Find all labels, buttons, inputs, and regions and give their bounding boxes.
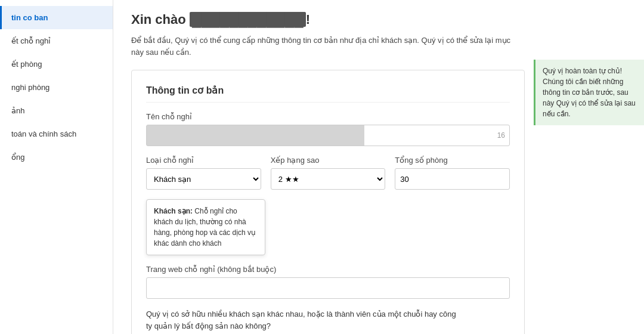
sidebar-item-tong[interactable]: ổng — [0, 146, 113, 169]
star-label: Xếp hạng sao — [271, 156, 386, 165]
user-name: ████████████ — [190, 12, 306, 27]
side-note: Quý vị hoàn toàn tự chủ! Chúng tôi cần b… — [534, 60, 644, 125]
name-label: Tên chỗ nghỉ — [146, 112, 510, 121]
property-details-row: Loại chỗ nghỉ Khách sạn Nhà nghỉ Căn hộ … — [146, 156, 510, 190]
greeting-heading: Xin chào ████████████! — [131, 12, 626, 27]
sidebar-item-nghi-phong[interactable]: nghi phòng — [0, 76, 113, 99]
name-input-wrapper: 16 — [146, 125, 510, 146]
chain-question-group: Quý vị có sở hữu nhiều khách sạn khác nh… — [146, 308, 510, 334]
star-select[interactable]: 1 ★ 2 ★★ 3 ★★★ 4 ★★★★ 5 ★★★★★ — [271, 168, 386, 190]
main-content: Quý vị hoàn toàn tự chủ! Chúng tôi cần b… — [113, 0, 644, 334]
type-select[interactable]: Khách sạn Nhà nghỉ Căn hộ Biệt thự — [146, 168, 261, 190]
name-input[interactable] — [146, 125, 510, 146]
sidebar-item-anh[interactable]: ảnh — [0, 99, 113, 122]
rooms-label: Tổng số phòng — [395, 156, 510, 165]
sidebar-item-dat-phong[interactable]: ết phòng — [0, 52, 113, 76]
type-field-col: Loại chỗ nghỉ Khách sạn Nhà nghỉ Căn hộ … — [146, 156, 261, 190]
sidebar-item-thanh-toan[interactable]: toán và chính sách — [0, 122, 113, 146]
website-label: Trang web chỗ nghỉ (không bắt buộc) — [146, 265, 510, 274]
name-char-count: 16 — [497, 131, 505, 140]
chain-question-text: Quý vị có sở hữu nhiều khách sạn khác nh… — [146, 308, 456, 332]
type-label: Loại chỗ nghỉ — [146, 156, 261, 165]
website-input[interactable] — [146, 277, 510, 299]
sidebar-item-dat-cho-nghi[interactable]: ết chỗ nghỉ — [0, 29, 113, 52]
rooms-field-col: Tổng số phòng — [395, 156, 510, 190]
website-field-group: Trang web chỗ nghỉ (không bắt buộc) — [146, 265, 510, 299]
card-title: Thông tin cơ bản — [146, 85, 510, 103]
sidebar: tin co ban ết chỗ nghỉ ết phòng nghi phò… — [0, 0, 113, 334]
type-tooltip: Khách sạn: Chỗ nghỉ cho khách du lịch, t… — [146, 199, 265, 255]
rooms-input[interactable] — [395, 168, 510, 190]
name-field-group: Tên chỗ nghỉ 16 — [146, 112, 510, 146]
star-field-col: Xếp hạng sao 1 ★ 2 ★★ 3 ★★★ 4 ★★★★ 5 ★★★… — [271, 156, 386, 190]
sidebar-item-thong-tin-co-ban[interactable]: tin co ban — [0, 6, 113, 29]
basic-info-card: Thông tin cơ bản Tên chỗ nghỉ 16 Loại ch… — [131, 70, 525, 334]
tooltip-type-label: Khách sạn: — [154, 207, 193, 215]
intro-text: Để bắt đầu, Quý vị có thể cung cấp những… — [131, 35, 519, 58]
